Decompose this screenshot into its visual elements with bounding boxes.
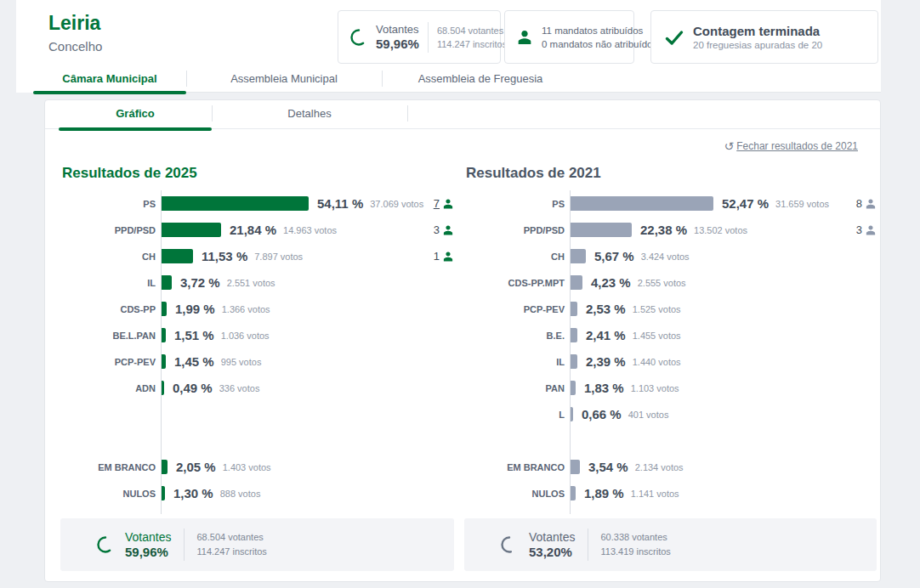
result-bar [162, 275, 172, 290]
result-row: PPD/PSD22,38 %13.502 votos3 [464, 217, 877, 243]
result-row: PCP-PEV1,45 %995 votos [60, 348, 454, 375]
result-bar [571, 196, 713, 211]
divider [407, 105, 408, 122]
votes-value: 401 votos [628, 410, 669, 420]
mandates-cell: 3 [413, 223, 454, 236]
votes-value: 2.134 votos [635, 462, 684, 472]
votes-value: 14.963 votos [283, 225, 337, 235]
result-row: NULOS1,89 %1.141 votos [464, 480, 877, 506]
party-label: CH [464, 252, 570, 262]
votes-value: 1.403 votos [223, 462, 271, 472]
party-label: PCP-PEV [464, 304, 570, 314]
mandatos-atribuidos: 11 mandatos atribuídos [542, 24, 657, 37]
close-2021-results-label: Fechar resultados de 2021 [736, 140, 858, 152]
bar-track: 0,66 %401 votos [570, 401, 836, 427]
votes-value: 336 votos [219, 383, 260, 393]
contagem-subtitle: 20 freguesias apuradas de 20 [693, 40, 822, 50]
result-row: BE.L.PAN1,51 %1.036 votos [60, 322, 454, 348]
summary-inscritos: 114.247 inscritos [197, 545, 267, 559]
summary-inscritos: 113.419 inscritos [601, 545, 671, 559]
tab-grafico[interactable]: Gráfico [59, 100, 212, 128]
bar-track: 52,47 %31.659 votos [570, 190, 836, 217]
tab-assembleia-municipal[interactable]: Assembleia Municipal [186, 67, 382, 92]
mandates-cell: 1 [413, 250, 454, 263]
party-label: IL [464, 357, 570, 367]
result-bar [571, 328, 577, 342]
tab-assembleia-de-freguesia[interactable]: Assembleia de Freguesia [382, 67, 579, 92]
chart-rows: PS54,11 %37.069 votos7PPD/PSD21,84 %14.9… [60, 190, 454, 514]
undo-icon: ↺ [724, 140, 735, 152]
person-icon [516, 29, 533, 46]
person-icon [865, 198, 877, 210]
percent-value: 11,53 % [202, 249, 247, 263]
percent-value: 54,11 % [317, 196, 363, 211]
percent-value: 0,49 % [173, 381, 213, 395]
result-row: CDS-PP1,99 %1.366 votos [60, 296, 454, 322]
inscritos-count: 114.247 inscritos [437, 37, 507, 51]
party-label: CDS-PP.MPT [464, 278, 570, 288]
result-row: CH5,67 %3.424 votos [464, 243, 877, 269]
chart-heading-2025: Resultados de 2025 [60, 165, 454, 190]
votes-value: 2.551 votos [227, 278, 275, 288]
party-label: PPD/PSD [464, 225, 570, 235]
chart-heading-2021: Resultados de 2021 [464, 165, 877, 190]
result-row: B.E.2,41 %1.455 votos [464, 322, 877, 348]
percent-value: 1,30 % [173, 486, 213, 500]
bar-track: 2,39 %1.440 votos [570, 348, 836, 375]
summary-box-2021: Votantes 53,20% 60.338 votantes 113.419 … [464, 518, 877, 571]
mandates-count: 1 [434, 250, 440, 263]
party-label: NULOS [464, 489, 570, 499]
bar-track: 2,05 %1.403 votos [161, 454, 413, 480]
percent-value: 2,53 % [586, 302, 626, 316]
contagem-title: Contagem terminada [693, 24, 822, 38]
percent-value: 2,41 % [586, 328, 626, 342]
result-bar [162, 486, 165, 500]
mandates-cell: 8 [836, 197, 877, 210]
bar-track: 1,30 %888 votos [161, 480, 413, 506]
votes-value: 1.455 votos [633, 331, 681, 341]
close-2021-results-link[interactable]: ↺ Fechar resultados de 2021 [724, 140, 859, 152]
result-bar [571, 486, 576, 500]
bar-track: 3,72 %2.551 votos [161, 269, 413, 296]
votes-value: 2.555 votos [638, 278, 686, 288]
tab-detalhes[interactable]: Detalhes [212, 100, 407, 128]
party-label: IL [60, 278, 161, 288]
mandates-count[interactable]: 7 [434, 197, 440, 210]
row-spacer [60, 401, 454, 427]
result-bar [571, 407, 573, 421]
bar-track: 2,41 %1.455 votos [570, 322, 836, 348]
divider [588, 529, 588, 561]
bar-track: 1,45 %995 votos [161, 348, 413, 375]
result-row: IL3,72 %2.551 votos [60, 269, 454, 296]
party-label: B.E. [464, 331, 570, 341]
contagem-card: Contagem terminada 20 freguesias apurada… [650, 10, 878, 64]
bar-track: 1,83 %1.103 votos [570, 375, 836, 401]
percent-value: 1,83 % [584, 381, 624, 395]
votes-value: 7.897 votos [254, 252, 303, 262]
party-label: CH [60, 252, 161, 262]
bar-track: 54,11 %37.069 votos [161, 190, 413, 217]
tab-camara-municipal[interactable]: Câmara Municipal [33, 67, 186, 92]
party-label: PCP-PEV [60, 357, 161, 367]
bar-track: 3,54 %2.134 votos [570, 454, 836, 480]
result-bar [162, 381, 164, 395]
result-row: L0,66 %401 votos [464, 401, 877, 427]
party-label: PAN [464, 383, 570, 393]
check-icon [664, 27, 684, 48]
party-label: ADN [60, 383, 161, 393]
result-bar [571, 249, 586, 263]
percent-value: 1,51 % [174, 328, 214, 342]
percent-value: 22,38 % [640, 223, 687, 237]
bar-track: 5,67 %3.424 votos [570, 243, 836, 269]
row-spacer [464, 427, 877, 454]
result-bar [571, 223, 632, 237]
results-panel: Gráfico Detalhes ↺ Fechar resultados de … [44, 99, 881, 582]
result-bar [571, 381, 576, 395]
page-subtitle: Concelho [48, 39, 102, 54]
votes-value: 1.366 votos [222, 304, 270, 314]
result-bar [162, 354, 166, 369]
party-label: PS [464, 199, 570, 209]
result-bar [571, 354, 577, 369]
bar-track: 2,53 %1.525 votos [570, 296, 836, 322]
bar-track: 11,53 %7.897 votos [161, 243, 413, 269]
